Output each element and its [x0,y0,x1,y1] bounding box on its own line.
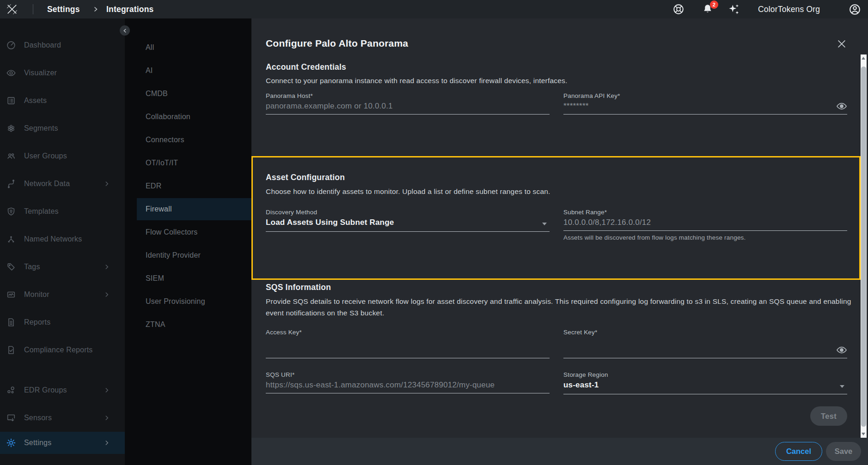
sidebar-label: Reports [24,318,50,326]
category-identity-provider[interactable]: Identity Provider [125,248,251,263]
sidebar-item-dashboard[interactable]: Dashboard [0,37,125,53]
sidebar-item-assets[interactable]: Assets [0,93,125,109]
discovery-method-label: Discovery Method [266,209,550,216]
test-button[interactable]: Test [810,406,847,426]
scroll-up-arrow-icon[interactable] [862,57,865,60]
sqs-information-title: SQS Information [266,283,331,292]
sidebar-item-named-networks[interactable]: Named Networks [0,231,125,247]
org-name[interactable]: ColorTokens Org [758,0,820,18]
sidebar-item-edr-groups[interactable]: EDR Groups [0,382,125,398]
sqs-information-description: Provide SQS details to receive network f… [266,296,863,319]
category-ot-iot-it[interactable]: OT/IoT/IT [125,155,251,171]
sidebar-item-settings[interactable]: Settings [0,432,125,454]
storage-region-label: Storage Region [563,371,847,378]
secret-key-input[interactable] [563,345,847,355]
sidebar-label: Compliance Reports [24,346,93,354]
sidebar-item-sensors[interactable]: Sensors [0,410,125,426]
chevron-right-icon [104,415,110,421]
category-all[interactable]: All [125,40,251,55]
shield-icon [6,206,16,217]
document-icon [6,317,16,327]
sidebar-item-segments[interactable]: Segments [0,121,125,136]
sidebar-label: Settings [24,439,51,447]
close-icon[interactable] [837,39,847,49]
panorama-api-key-input[interactable] [563,102,847,111]
account-credentials-description: Connect to your panorama instance with r… [266,75,568,86]
subnet-range-input[interactable] [563,218,847,227]
tag-icon [6,262,16,272]
sidebar-item-templates[interactable]: Templates [0,204,125,219]
breadcrumb-settings[interactable]: Settings [47,0,80,18]
secret-key-field: Secret Key* [563,329,847,358]
category-ai[interactable]: AI [125,63,251,79]
account-icon[interactable] [849,3,861,16]
show-password-eye-icon[interactable] [836,101,847,112]
category-siem[interactable]: SIEM [125,271,251,286]
integration-categories-panel: All AI CMDB Collaboration Connectors OT/… [125,18,251,465]
storage-region-select[interactable]: us-east-1 [563,380,847,394]
category-collaboration[interactable]: Collaboration [125,109,251,125]
sidebar-item-visualizer[interactable]: Visualizer [0,65,125,81]
sidebar-item-tags[interactable]: Tags [0,259,125,275]
category-user-provisioning[interactable]: User Provisioning [125,294,251,309]
access-key-input[interactable] [266,345,550,355]
panorama-host-input[interactable] [266,102,550,111]
secret-key-label: Secret Key* [563,329,847,336]
asset-configuration-description: Choose how to identify assets to monitor… [266,186,550,197]
sidebar-item-user-groups[interactable]: User Groups [0,148,125,164]
discovery-method-select[interactable]: Load Assets Using Subnet Range [266,218,550,232]
category-connectors[interactable]: Connectors [125,132,251,148]
category-ztna[interactable]: ZTNA [125,317,251,332]
subnet-range-field: Subnet Range* Assets will be discovered … [563,209,847,241]
subnet-range-helper: Assets will be discovered from flow logs… [563,234,847,241]
panorama-host-field: Panorama Host* [266,92,550,115]
sidebar-label: Visualizer [24,69,57,77]
category-firewall[interactable]: Firewall [137,198,251,220]
sidebar-item-network-data[interactable]: Network Data [0,176,125,192]
sidebar-item-reports[interactable]: Reports [0,314,125,330]
main-sidebar: Dashboard Visualizer Assets Segments Use… [0,18,125,465]
breadcrumb-chevron-icon [93,6,98,12]
collapse-panel-button[interactable] [120,25,130,36]
access-key-label: Access Key* [266,329,550,336]
list-icon [6,96,16,106]
network-node-icon [6,234,16,244]
vertical-scrollbar[interactable] [861,54,867,438]
category-edr[interactable]: EDR [125,178,251,194]
storage-region-field: Storage Region us-east-1 [563,371,847,394]
sidebar-item-monitor[interactable]: Monitor [0,287,125,302]
sidebar-label: Dashboard [24,41,61,49]
help-life-buoy-icon[interactable] [672,3,685,15]
save-button[interactable]: Save [826,442,861,461]
chevron-right-icon [104,181,110,187]
sidebar-label: Network Data [24,180,70,188]
ai-sparkles-icon[interactable] [727,3,740,16]
dashboard-icon [6,40,16,50]
sidebar-label: Named Networks [24,235,82,243]
sidebar-item-compliance-reports[interactable]: Compliance Reports [0,342,125,358]
sqs-uri-field: SQS URI* [266,371,550,393]
sidebar-label: Assets [24,97,47,105]
notification-badge: 2 [710,0,718,9]
chart-monitor-icon [6,290,16,300]
scroll-down-arrow-icon[interactable] [862,433,865,435]
cancel-button[interactable]: Cancel [775,442,822,461]
pipeline-icon [6,179,16,189]
category-flow-collectors[interactable]: Flow Collectors [125,224,251,240]
colortokens-logo-icon[interactable] [6,3,18,16]
asset-configuration-title: Asset Configuration [266,173,345,182]
modal-footer: Cancel Save [251,438,868,465]
chevron-right-icon [104,291,110,298]
breadcrumb-integrations: Integrations [106,0,154,18]
modal-title: Configure Palo Alto Panorama [266,38,408,49]
sqs-uri-input[interactable] [266,380,550,390]
gear-icon [6,438,16,448]
sidebar-label: Segments [24,124,58,133]
sidebar-label: Templates [24,207,59,216]
category-cmdb[interactable]: CMDB [125,86,251,102]
document-check-icon [6,345,16,355]
panorama-api-key-label: Panorama API Key* [563,92,847,99]
scrollbar-thumb[interactable] [861,66,866,427]
show-password-eye-icon[interactable] [836,344,847,356]
sidebar-label: Tags [24,263,40,271]
